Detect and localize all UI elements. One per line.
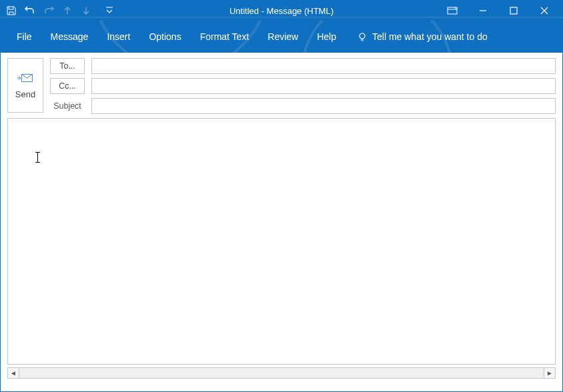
to-button[interactable]: To...	[50, 58, 85, 74]
tab-format-text[interactable]: Format Text	[191, 26, 259, 47]
compose-header: Send To... Cc... Subject	[1, 53, 562, 118]
next-item-icon[interactable]	[78, 3, 94, 19]
horizontal-scrollbar[interactable]: ◄ ►	[7, 367, 556, 379]
to-input[interactable]	[91, 58, 556, 74]
svg-rect-1	[510, 7, 517, 14]
scroll-track[interactable]	[19, 368, 544, 378]
tab-review[interactable]: Review	[258, 26, 308, 47]
save-icon[interactable]	[3, 3, 19, 19]
cc-input[interactable]	[91, 78, 556, 94]
redo-icon[interactable]	[41, 3, 57, 19]
tell-me-search[interactable]: Tell me what you want to do	[346, 31, 488, 42]
tab-file[interactable]: File	[7, 26, 41, 47]
title-bar: Untitled - Message (HTML)	[1, 1, 562, 21]
undo-icon[interactable]	[22, 3, 38, 19]
header-fields: To... Cc... Subject	[50, 58, 556, 114]
text-cursor-icon	[37, 152, 38, 163]
scroll-right-arrow-icon[interactable]: ►	[544, 368, 555, 378]
subject-label: Subject	[50, 101, 85, 111]
close-icon[interactable]	[529, 1, 560, 21]
previous-item-icon[interactable]	[59, 3, 75, 19]
svg-point-2	[360, 33, 365, 39]
maximize-icon[interactable]	[498, 1, 529, 21]
tell-me-label: Tell me what you want to do	[372, 31, 488, 42]
tab-message[interactable]: Message	[41, 26, 98, 47]
ribbon-tabs: File Message Insert Options Format Text …	[1, 21, 562, 53]
tab-insert[interactable]: Insert	[97, 26, 139, 47]
send-label: Send	[15, 89, 35, 99]
lightbulb-icon	[358, 32, 367, 41]
window-controls	[437, 1, 560, 21]
customize-qat-icon[interactable]	[105, 3, 114, 19]
ribbon-display-options-icon[interactable]	[437, 1, 468, 21]
send-button[interactable]: Send	[7, 58, 43, 113]
quick-access-toolbar	[3, 3, 114, 19]
subject-input[interactable]	[91, 98, 556, 114]
cc-button[interactable]: Cc...	[50, 78, 85, 94]
minimize-icon[interactable]	[468, 1, 498, 21]
tab-help[interactable]: Help	[308, 26, 346, 47]
message-body[interactable]	[8, 119, 555, 364]
message-body-container	[7, 118, 556, 365]
scroll-left-arrow-icon[interactable]: ◄	[8, 368, 19, 378]
tab-options[interactable]: Options	[139, 26, 190, 47]
send-envelope-icon	[17, 72, 33, 84]
